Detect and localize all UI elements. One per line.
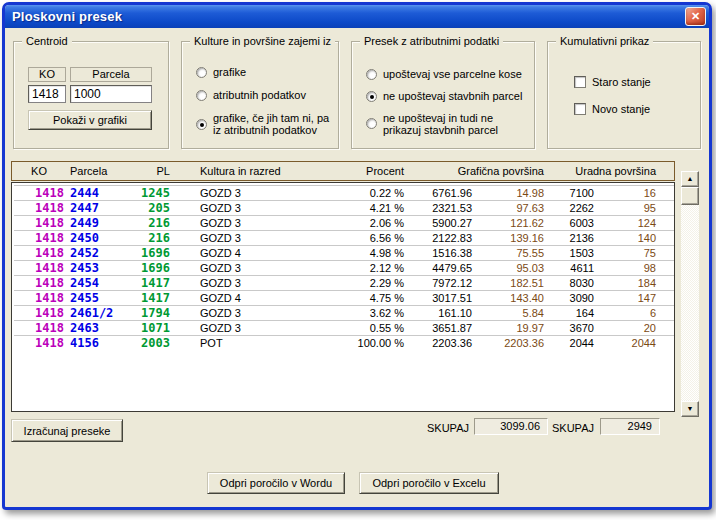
scroll-thumb[interactable]: [681, 187, 699, 205]
open-report-excel-button[interactable]: Odpri poročilo v Excelu: [359, 472, 499, 494]
cell-kultura: GOZD 3: [186, 262, 344, 274]
cell-parcela: 2444: [70, 186, 128, 200]
group-source-title: Kulture in površine zajemi iz: [190, 35, 335, 47]
cell-parcela: 2452: [70, 246, 128, 260]
ko-input[interactable]: [28, 85, 66, 103]
table-row[interactable]: 1418 2450 216 GOZD 3 6.56 % 2122.83 139.…: [14, 230, 674, 245]
table-row[interactable]: 1418 2463 1071 GOZD 3 0.55 % 3651.87 19.…: [14, 320, 674, 335]
cell-uradna-povrsina: 164: [544, 307, 594, 319]
group-intersect: Presek z atributnimi podatki upoštevaj v…: [351, 41, 535, 149]
radio-icon[interactable]: [196, 90, 207, 101]
dialog-body: Centroid KO Parcela Pokaži v grafiki Kul…: [6, 28, 708, 506]
table-row[interactable]: 1418 2447 205 GOZD 3 4.21 % 2321.53 97.6…: [14, 200, 674, 215]
radio-icon[interactable]: [366, 91, 377, 102]
cell-uradna-povrsina-del: 95: [594, 202, 656, 214]
skupaj-urad-label: SKUPAJ: [552, 422, 594, 434]
cell-parcela: 2447: [70, 201, 128, 215]
parcela-input[interactable]: [70, 85, 152, 103]
radio-icon[interactable]: [196, 67, 207, 78]
vertical-scrollbar[interactable]: ▲ ▼: [681, 171, 699, 417]
cell-graficna-povrsina-del: 75.55: [472, 247, 544, 259]
cell-pl: 1696: [128, 246, 170, 260]
arrow-down-icon: ▼: [687, 405, 694, 412]
cell-uradna-povrsina: 7100: [544, 187, 594, 199]
cell-uradna-povrsina-del: 6: [594, 307, 656, 319]
table-row[interactable]: 1418 2453 1696 GOZD 3 2.12 % 4479.65 95.…: [14, 260, 674, 275]
table-row[interactable]: 1418 2454 1417 GOZD 3 2.29 % 7972.12 182…: [14, 275, 674, 290]
table-row[interactable]: 1418 2452 1696 GOZD 4 4.98 % 1516.38 75.…: [14, 245, 674, 260]
cell-kultura: GOZD 3: [186, 307, 344, 319]
cell-pl: 1245: [128, 186, 170, 200]
group-source: Kulture in površine zajemi iz grafike at…: [181, 41, 339, 149]
cell-graficna-povrsina: 1516.38: [404, 247, 472, 259]
table-row[interactable]: 1418 2455 1417 GOZD 4 4.75 % 3017.51 143…: [14, 290, 674, 305]
cell-ko: 1418: [14, 186, 64, 200]
cell-graficna-povrsina: 2203.36: [404, 337, 472, 349]
calculate-intersections-button[interactable]: Izračunaj preseke: [11, 419, 123, 442]
table-header: KO Parcela PL Kultura in razred Procent …: [11, 161, 675, 181]
radio-grafike[interactable]: grafike: [196, 66, 334, 78]
cell-kultura: POT: [186, 337, 344, 349]
header-kultura: Kultura in razred: [186, 165, 344, 177]
cell-ko: 1418: [14, 336, 64, 350]
radio-all-parcel-pieces[interactable]: upoštevaj vse parcelne kose: [366, 68, 530, 80]
group-cumulative: Kumulativni prikaz Staro stanje Novo sta…: [547, 41, 701, 149]
radio-icon[interactable]: [196, 119, 207, 130]
checkbox-label: Staro stanje: [592, 76, 651, 88]
cell-parcela: 2454: [70, 276, 128, 290]
group-centroid-title: Centroid: [22, 35, 72, 47]
title-bar[interactable]: Ploskovni presek ✕: [5, 5, 709, 28]
close-button[interactable]: ✕: [685, 7, 706, 26]
cell-uradna-povrsina-del: 75: [594, 247, 656, 259]
checkbox-icon[interactable]: [574, 103, 586, 115]
radio-icon[interactable]: [366, 118, 377, 129]
checkbox-icon[interactable]: [574, 76, 586, 88]
table-row[interactable]: 1418 2449 216 GOZD 3 2.06 % 5900.27 121.…: [14, 215, 674, 230]
scroll-down-button[interactable]: ▼: [681, 401, 699, 417]
radio-grafike-fallback[interactable]: grafike, če jih tam ni, pa iz atributnih…: [196, 112, 334, 136]
radio-label: grafike, če jih tam ni, pa iz atributnih…: [213, 112, 334, 136]
table-row[interactable]: 1418 2444 1245 GOZD 3 0.22 % 6761.96 14.…: [14, 185, 674, 200]
show-in-graphics-button[interactable]: Pokaži v grafiki: [28, 110, 152, 130]
parcel-list[interactable]: 1418 2444 1245 GOZD 3 0.22 % 6761.96 14.…: [11, 182, 675, 412]
cell-graficna-povrsina: 6761.96: [404, 187, 472, 199]
cell-kultura: GOZD 3: [186, 187, 344, 199]
cell-uradna-povrsina-del: 184: [594, 277, 656, 289]
group-centroid: Centroid KO Parcela Pokaži v grafiki: [13, 41, 169, 149]
table-row[interactable]: 1418 2461/2 1794 GOZD 3 3.62 % 161.10 5.…: [14, 305, 674, 320]
cell-procent: 0.55 %: [344, 322, 404, 334]
cell-graficna-povrsina: 2122.83: [404, 232, 472, 244]
screen: Ploskovni presek ✕ Centroid KO Parcela P…: [0, 0, 716, 520]
checkbox-novo-stanje[interactable]: Novo stanje: [574, 103, 696, 115]
cell-uradna-povrsina-del: 124: [594, 217, 656, 229]
cell-procent: 3.62 %: [344, 307, 404, 319]
cell-pl: 216: [128, 216, 170, 230]
cell-pl: 1417: [128, 276, 170, 290]
cell-graficna-povrsina: 3017.51: [404, 292, 472, 304]
cell-procent: 2.29 %: [344, 277, 404, 289]
cell-ko: 1418: [14, 216, 64, 230]
radio-ignore-and-hide-building-parcels[interactable]: ne upoštevaj in tudi ne prikazuj stavbni…: [366, 112, 530, 136]
checkbox-staro-stanje[interactable]: Staro stanje: [574, 76, 696, 88]
cell-graficna-povrsina-del: 95.03: [472, 262, 544, 274]
cell-uradna-povrsina: 1503: [544, 247, 594, 259]
scroll-track[interactable]: [681, 205, 699, 401]
cell-pl: 216: [128, 231, 170, 245]
header-parcela: Parcela: [70, 165, 128, 177]
scroll-up-button[interactable]: ▲: [681, 171, 699, 187]
cell-ko: 1418: [14, 291, 64, 305]
cell-uradna-povrsina: 2136: [544, 232, 594, 244]
radio-icon[interactable]: [366, 69, 377, 80]
radio-label: ne upoštevaj in tudi ne prikazuj stavbni…: [383, 112, 530, 136]
cell-procent: 2.12 %: [344, 262, 404, 274]
cell-procent: 2.06 %: [344, 217, 404, 229]
radio-label: atributnih podatkov: [213, 89, 306, 101]
cell-uradna-povrsina-del: 2044: [594, 337, 656, 349]
cell-graficna-povrsina-del: 5.84: [472, 307, 544, 319]
open-report-word-button[interactable]: Odpri poročilo v Wordu: [207, 472, 345, 494]
window-title: Ploskovni presek: [5, 9, 122, 24]
cell-parcela: 4156: [70, 336, 128, 350]
table-row[interactable]: 1418 4156 2003 POT 100.00 % 2203.36 2203…: [14, 335, 674, 350]
radio-atributnih-podatkov[interactable]: atributnih podatkov: [196, 89, 334, 101]
radio-ignore-building-parcels[interactable]: ne upoštevaj stavbnih parcel: [366, 90, 530, 102]
